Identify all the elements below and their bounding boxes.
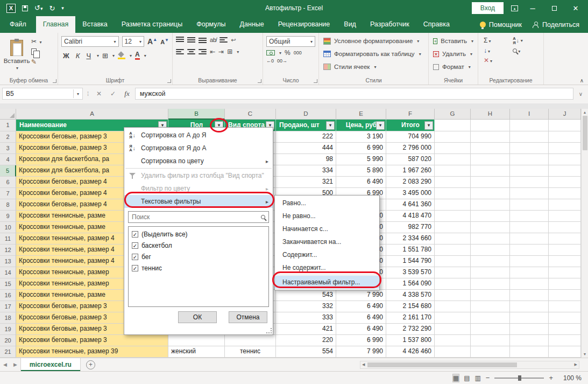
cell-I17[interactable] (510, 301, 549, 312)
cell-I16[interactable] (510, 290, 549, 301)
cell-G5[interactable] (435, 165, 471, 177)
cell-H21[interactable] (471, 346, 510, 358)
cell-H9[interactable] (471, 211, 510, 222)
resize-grip[interactable] (266, 328, 272, 333)
filter-checkbox-item-3[interactable]: ✓теннис (131, 262, 266, 274)
cell-H16[interactable] (471, 290, 510, 301)
cell-J12[interactable] (549, 245, 581, 256)
number-format-select[interactable]: Общий▾ (266, 36, 315, 47)
filter-search-input[interactable] (132, 213, 259, 221)
header-cell-F[interactable]: Итого▾ (386, 120, 435, 131)
cell-E4[interactable]: 5 990 (336, 154, 386, 165)
cell-H12[interactable] (471, 245, 510, 256)
format-painter-icon[interactable]: ✎ (31, 58, 41, 66)
zoom-slider[interactable] (494, 378, 544, 379)
cell-C20[interactable] (225, 335, 276, 346)
menu-item-sort-az[interactable]: АЯ↓ Сортировка от А до Я (124, 129, 273, 142)
alignment-dialog-launcher-icon[interactable] (258, 79, 261, 83)
format-as-table-button[interactable]: Форматировать как таблицу▾ (321, 47, 426, 60)
ribbon-tab-4[interactable]: Формулы (189, 16, 232, 33)
cell-H13[interactable] (471, 256, 510, 267)
scroll-down-icon[interactable]: ▼ (583, 351, 587, 358)
cell-I10[interactable] (510, 222, 549, 233)
name-box-dropdown-icon[interactable]: ▾ (77, 92, 79, 96)
cell-E19[interactable]: 6 490 (336, 324, 386, 335)
new-sheet-icon[interactable]: + (86, 360, 95, 369)
cell-F15[interactable]: 1 564 090 (386, 278, 435, 290)
cell-J13[interactable] (549, 256, 581, 267)
sort-filter-button[interactable]: АЯ↓▾ (513, 37, 538, 45)
redo-icon[interactable]: ↻ (49, 5, 55, 12)
comma-style-button[interactable]: 000 (294, 50, 302, 55)
submenu-item-0[interactable]: Равно... (275, 197, 379, 210)
cell-I12[interactable] (510, 245, 549, 256)
cell-J5[interactable] (549, 165, 581, 177)
cell-H4[interactable] (471, 154, 510, 165)
cell-D19[interactable]: 421 (276, 324, 336, 335)
cell-J10[interactable] (549, 222, 581, 233)
format-cells-button[interactable]: Формат▾ (431, 60, 476, 73)
cancel-button[interactable]: Отмена (229, 311, 267, 323)
filter-search-box[interactable] (128, 211, 269, 223)
cell-J14[interactable] (549, 267, 581, 278)
row-header-1[interactable]: 1 (0, 120, 16, 131)
cell-G2[interactable] (435, 131, 471, 143)
cell-B20[interactable] (168, 335, 225, 346)
cell-H15[interactable] (471, 278, 510, 290)
increase-indent-icon[interactable]: ⇥ (218, 48, 224, 55)
row-header-19[interactable]: 19 (0, 324, 16, 335)
cell-J6[interactable] (549, 177, 581, 188)
cell-G20[interactable] (435, 335, 471, 346)
column-header-B[interactable]: B (168, 109, 225, 120)
percent-style-button[interactable]: % (285, 49, 291, 57)
cell-F12[interactable]: 1 551 780 (386, 245, 435, 256)
cell-J9[interactable] (549, 211, 581, 222)
cell-F7[interactable]: 3 495 000 (386, 188, 435, 199)
align-left-icon[interactable] (176, 49, 184, 54)
cell-E6[interactable]: 6 490 (336, 177, 386, 188)
cell-F16[interactable]: 4 338 570 (386, 290, 435, 301)
scroll-right-icon[interactable]: ▶ (573, 362, 579, 367)
row-header-17[interactable]: 17 (0, 301, 16, 312)
merge-center-icon[interactable]: ⊞ (227, 48, 232, 55)
column-header-C[interactable]: C (225, 109, 276, 120)
cell-D4[interactable]: 98 (276, 154, 336, 165)
filter-checkbox-item-0[interactable]: ✓(Выделить все) (131, 228, 266, 240)
cell-G21[interactable] (435, 346, 471, 358)
header-cell-D[interactable]: Продано, шт▾ (276, 120, 336, 131)
cell-styles-button[interactable]: Стили ячеек▾ (321, 60, 426, 73)
filter-button-F[interactable]: ▾ (424, 121, 433, 130)
row-header-9[interactable]: 9 (0, 211, 16, 222)
cell-D3[interactable]: 444 (276, 143, 336, 154)
cell-J3[interactable] (549, 143, 581, 154)
cell-F6[interactable]: 2 083 290 (386, 177, 435, 188)
cell-D5[interactable]: 334 (276, 165, 336, 177)
bold-button[interactable]: Ж (61, 52, 71, 60)
italic-button[interactable]: К (74, 52, 82, 60)
cell-D20[interactable]: 220 (276, 335, 336, 346)
cell-I18[interactable] (510, 312, 549, 324)
font-dialog-launcher-icon[interactable] (167, 79, 171, 83)
cell-F10[interactable]: 982 770 (386, 222, 435, 233)
page-layout-view-icon[interactable]: ▤ (464, 374, 470, 382)
cell-H18[interactable] (471, 312, 510, 324)
scroll-up-icon[interactable]: ▲ (583, 109, 587, 116)
cell-D2[interactable]: 222 (276, 131, 336, 143)
ribbon-tab-2[interactable]: Вставка (75, 16, 114, 33)
cell-D18[interactable]: 333 (276, 312, 336, 324)
align-center-icon[interactable] (187, 49, 195, 54)
orientation-icon[interactable]: ab̸ (210, 37, 216, 43)
checkbox-icon[interactable]: ✓ (132, 231, 138, 238)
decrease-decimal-icon[interactable]: 00→ (277, 58, 287, 64)
cell-I1[interactable] (510, 120, 549, 131)
formula-input[interactable]: мужской (135, 88, 573, 100)
ribbon-tab-7[interactable]: Вид (337, 16, 363, 33)
cell-I7[interactable] (510, 188, 549, 199)
cell-H10[interactable] (471, 222, 510, 233)
submenu-item-6[interactable]: Настраиваемый фильтр... (275, 276, 379, 289)
cell-F13[interactable]: 1 544 790 (386, 256, 435, 267)
align-middle-icon[interactable] (187, 36, 195, 44)
ribbon-tab-6[interactable]: Рецензирование (271, 16, 337, 33)
cell-J17[interactable] (549, 301, 581, 312)
cell-J21[interactable] (549, 346, 581, 358)
